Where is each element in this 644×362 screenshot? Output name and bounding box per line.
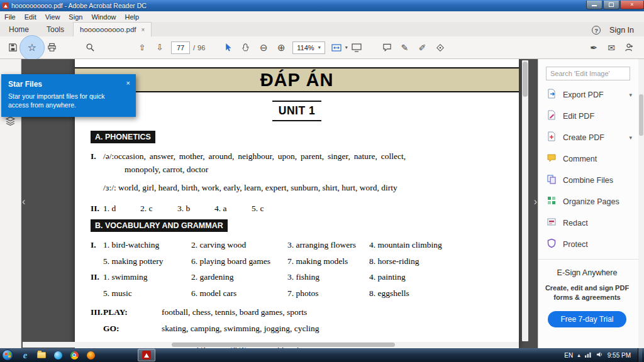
save-icon[interactable] [4,40,21,55]
send-email-icon[interactable]: ✉ [603,40,619,55]
answer-cell: 3. b [177,202,214,216]
tool-organize-pages[interactable]: Organize Pages [538,191,638,212]
draw-tool-icon[interactable]: ✐ [414,40,431,55]
minimize-button[interactable] [586,1,602,9]
tooltip-title: Star Files [8,80,129,89]
item-label: II. [91,269,103,285]
horizontal-scrollbar[interactable] [23,342,519,348]
section-b-heading: B. VOCABULARY AND GRAMMAR [91,219,228,232]
taskbar-edge[interactable] [50,349,66,361]
panel-scrollbar-thumb[interactable] [639,94,643,136]
tab-home[interactable]: Home [0,23,38,36]
maximize-button[interactable] [603,1,619,9]
tab-tools[interactable]: Tools [38,23,73,36]
close-button[interactable]: × [620,1,644,9]
stamp-tool-icon[interactable] [432,40,448,55]
menu-file[interactable]: File [0,13,20,21]
section-a-heading: A. PHONETICS [91,131,155,143]
panel-scrollbar[interactable] [638,59,644,348]
reading-mode-icon[interactable] [348,40,365,55]
tab-document[interactable]: hoooooooooo.pdf × [73,22,152,36]
taskbar-firefox[interactable] [82,349,99,361]
taskbar-ie[interactable]: e [17,349,33,361]
next-page-icon[interactable]: ⇩ [152,40,168,55]
network-icon[interactable] [585,352,592,359]
phonetics-item-2: II. 1. d 2. c 3. b 4. a 5. c [91,202,503,216]
menu-sign[interactable]: Sign [64,13,87,21]
layers-panel-icon[interactable] [5,116,16,129]
horizontal-scrollbar-thumb[interactable] [172,343,395,347]
tooltip-close-icon[interactable]: × [126,79,130,87]
show-hidden-icons[interactable]: ▴ [577,352,580,358]
show-desktop-button[interactable] [638,348,642,362]
vocab-cell: 3. arranging flowers [287,237,369,253]
star-file-button[interactable]: ☆ [21,37,43,58]
volume-icon[interactable] [596,351,603,359]
tool-combine-files[interactable]: Combine Files [538,170,638,191]
chevron-down-icon: ▾ [629,92,632,98]
vocab-cell: 7. photos [287,285,369,302]
select-tool-icon[interactable] [220,40,236,55]
highlight-tool-icon[interactable]: ✎ [397,40,413,55]
vocab-row: 5. making pottery 6. playing board games… [91,253,503,270]
start-button[interactable] [2,349,13,361]
taskbar-explorer[interactable] [33,349,50,361]
vocab-cell: 8. horse-riding [369,253,503,270]
previous-page-icon[interactable]: ⇧ [134,40,150,55]
internet-explorer-icon: e [23,350,28,361]
comment-tool-icon[interactable] [379,40,396,55]
tool-protect[interactable]: Protect [538,234,638,255]
organize-pages-icon [547,195,557,208]
profile-icon[interactable] [621,40,637,55]
phonetics-er-line: /ɜ:/: world, girl, heard, birth, work, e… [91,182,503,194]
tab-close-icon[interactable]: × [142,26,145,33]
create-pdf-icon [547,131,557,144]
answer-cell: 4. a [214,202,252,216]
answer-key-title: ĐÁP ÁN [75,67,519,92]
vertical-scrollbar[interactable] [522,60,528,341]
firefox-icon [87,351,95,359]
taskbar-chrome[interactable] [66,349,82,361]
phonetics-schwa-line: /ə/:occasion, answer, mother, around, ne… [103,151,406,161]
menu-view[interactable]: View [41,13,65,21]
tool-redact[interactable]: Redact [538,212,638,234]
free-trial-button[interactable]: Free 7-day Trial [548,311,626,327]
sign-in-button[interactable]: Sign In [609,26,634,35]
acrobat-reader-icon [142,351,151,359]
collapse-right-pane-icon[interactable]: › [534,196,537,207]
verb-label: PLAY: [103,304,162,321]
language-indicator[interactable]: EN [564,352,573,359]
tool-comment[interactable]: Comment [538,148,638,170]
fill-sign-icon[interactable]: ✒ [586,40,602,55]
tool-edit-pdf[interactable]: Edit PDF [538,106,638,127]
page-number-input[interactable]: 77 [171,41,190,54]
answer-cell: 2. c [140,202,177,216]
fit-width-icon[interactable] [328,40,345,55]
zoom-in-icon[interactable]: ⊕ [273,40,289,55]
esign-promo: E-Sign Anywhere Create, edit and sign PD… [538,260,638,327]
print-icon[interactable] [43,40,60,55]
zoom-out-icon[interactable]: ⊖ [255,40,272,55]
taskbar-acrobat-active[interactable] [138,349,155,361]
tools-search-input[interactable] [546,67,630,80]
hand-tool-icon[interactable] [238,40,254,55]
item-label: II. [91,202,103,216]
menu-help[interactable]: Help [121,13,144,21]
help-icon[interactable]: ? [592,26,601,35]
chevron-down-icon[interactable]: ▾ [345,45,348,50]
vertical-scrollbar-thumb[interactable] [523,62,528,97]
vocab-row: I. 1. bird-watching 2. carving wood 3. a… [91,237,503,253]
clock[interactable]: 9:55 PM [608,352,631,359]
search-icon[interactable] [82,40,98,55]
vocab-row: II. 1. swimming 2. gardening 3. fishing … [91,269,503,285]
menu-window[interactable]: Window [87,13,120,21]
comment-icon [547,153,557,165]
menu-bar: File Edit View Sign Window Help [0,11,644,22]
menu-edit[interactable]: Edit [20,13,41,21]
collapse-left-pane-icon[interactable]: ‹ [22,196,25,207]
chevron-down-icon: ▾ [629,134,632,141]
zoom-level-dropdown[interactable]: 114% ▾ [292,41,325,54]
tool-export-pdf[interactable]: Export PDF ▾ [538,84,638,106]
edit-pdf-icon [547,110,557,123]
tool-create-pdf[interactable]: Create PDF ▾ [538,127,638,148]
